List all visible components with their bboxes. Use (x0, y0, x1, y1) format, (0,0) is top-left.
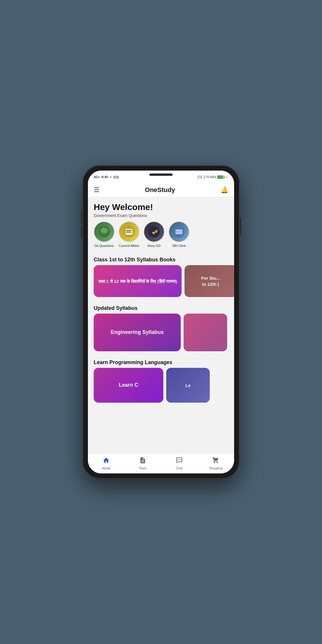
nav-item-chat[interactable]: Chat (161, 453, 198, 473)
svg-rect-2 (103, 233, 105, 235)
network-speed: 2.70 KB/s (204, 176, 216, 179)
exam-item-current[interactable]: Current Affairs (119, 221, 140, 247)
charge-icon: ⚡ (225, 176, 228, 179)
updated-syllabus-header: Updated Syllabus (88, 301, 234, 314)
battery-icon (217, 176, 224, 179)
exam-label-sbi: SBI Clerk (172, 244, 186, 247)
card-engineering-syllabus[interactable]: Engineering Syllabus (94, 314, 181, 351)
status-left: 4G+ 8:40 ⌁ ((•)) (94, 175, 119, 179)
exam-item-sbi[interactable]: SBI Clerk (169, 221, 189, 247)
svg-rect-6 (126, 231, 131, 232)
svg-rect-7 (126, 232, 131, 233)
nav-label-home: Home (102, 466, 110, 470)
exam-item-gk[interactable]: Gk Questions (94, 221, 115, 247)
svg-rect-5 (126, 230, 132, 231)
status-bar: 4G+ 8:40 ⌁ ((•)) LTE 2.70 KB/s ⚡ (88, 171, 234, 183)
svg-rect-12 (176, 231, 179, 233)
svg-rect-13 (180, 231, 182, 232)
exam-circle-current (119, 221, 140, 242)
chat-icon (176, 457, 183, 466)
syllabus-books-header: Class 1st to 12th Syllabus Books (88, 253, 234, 265)
svg-point-1 (101, 228, 108, 234)
app-header: ☰ OneStudy 🔔 (88, 183, 234, 197)
exam-label-gk: Gk Questions (95, 244, 114, 247)
nav-label-chat: Chat (176, 466, 182, 470)
lte-label: LTE (197, 176, 202, 179)
card-english-medium[interactable]: For Stu...to 12th ( (184, 265, 234, 297)
welcome-heading: Hey Welcome! (94, 202, 228, 212)
syllabus-books-cards: कक्षा 1 से 12 तक के विद्यार्थियों के लिए… (88, 265, 234, 301)
programming-header: Learn Programming Languages (88, 355, 234, 368)
exam-item-army[interactable]: 🎺 Army GD (144, 221, 164, 247)
programming-cards: Learn C Le (88, 368, 234, 407)
nav-item-tests[interactable]: Tests (124, 453, 161, 473)
exam-label-current: Current Affairs (119, 244, 139, 247)
exam-circle-army: 🎺 (144, 221, 164, 242)
welcome-section: Hey Welcome! Government Exam Questions (88, 197, 234, 253)
battery-fill (218, 176, 223, 178)
card-learn-second[interactable]: Le (166, 368, 210, 403)
welcome-subtitle: Government Exam Questions (94, 213, 228, 218)
usb-icon: ⌁ (110, 175, 112, 179)
svg-point-15 (178, 460, 179, 460)
svg-point-17 (180, 460, 181, 460)
exam-circles-row: Gk Questions Current Aff (94, 221, 228, 250)
updated-syllabus-cards: Engineering Syllabus (88, 314, 234, 355)
exam-circle-sbi (169, 221, 189, 242)
status-right: LTE 2.70 KB/s ⚡ (197, 176, 228, 179)
nav-item-home[interactable]: Home (88, 453, 124, 473)
home-icon (103, 457, 110, 466)
svg-rect-14 (180, 232, 182, 233)
shopping-icon (212, 457, 219, 466)
card-learn-c[interactable]: Learn C (94, 368, 163, 403)
app-title: OneStudy (145, 186, 175, 194)
svg-text:🎺: 🎺 (152, 229, 158, 235)
menu-icon[interactable]: ☰ (94, 186, 100, 194)
exam-label-army: Army GD (147, 244, 160, 247)
main-content: Hey Welcome! Government Exam Questions (88, 197, 234, 453)
nav-label-shopping: Shopping (209, 466, 223, 470)
nav-item-shopping[interactable]: Shopping (198, 453, 234, 473)
card-hindi-medium[interactable]: कक्षा 1 से 12 तक के विद्यार्थियों के लिए… (94, 265, 182, 297)
bottom-navigation: Home Tests (88, 453, 234, 473)
time-display: 8:40 (102, 175, 108, 179)
tests-icon (139, 457, 146, 466)
signal-icon: 4G+ (94, 175, 100, 179)
nav-label-tests: Tests (139, 466, 146, 470)
exam-circle-gk (94, 221, 115, 242)
bell-icon[interactable]: 🔔 (220, 186, 228, 194)
card-second-syllabus[interactable] (184, 314, 227, 351)
wifi-icon: ((•)) (113, 175, 119, 179)
svg-point-16 (179, 460, 180, 460)
